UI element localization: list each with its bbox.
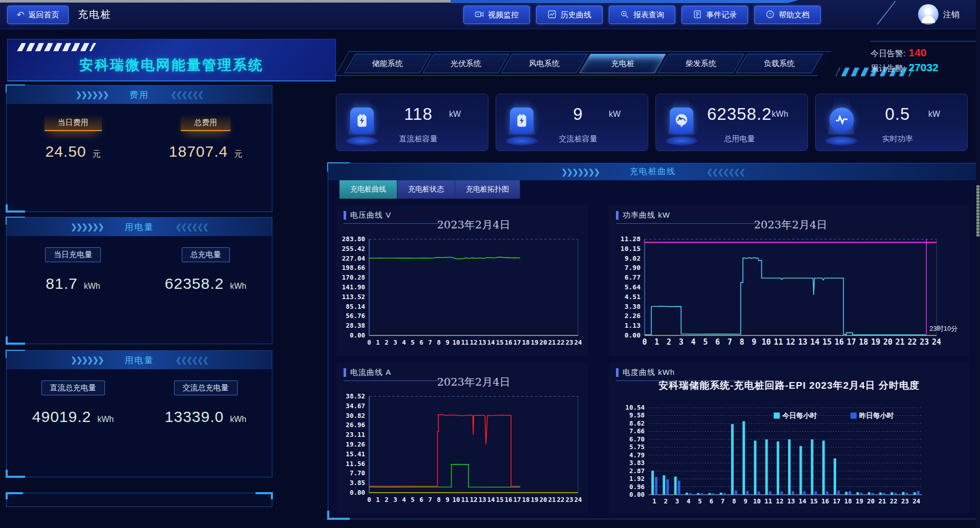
panel-header: ❯❯❯❯❯❯费用❮❮❮❮❮❮: [7, 86, 272, 104]
svg-text:21: 21: [548, 339, 556, 346]
system-tab-柴发系统[interactable]: 柴发系统: [657, 54, 744, 73]
system-tab-光伏系统[interactable]: 光伏系统: [422, 54, 509, 73]
nav-button-历史曲线[interactable]: 历史曲线: [536, 6, 603, 24]
nav-button-报表查询[interactable]: 报表查询: [609, 6, 675, 24]
chevrons-left-icon: ❮❮❮❮❮❮❮: [707, 167, 744, 177]
svg-text:2: 2: [385, 339, 389, 346]
title-marker-icon: [616, 368, 619, 377]
chevrons-left-icon: ❮❮❮❮❮❮: [171, 90, 203, 99]
chart-tab-充电桩状态[interactable]: 充电桩状态: [397, 180, 455, 199]
stat-value-cell: 62358.2kWh: [139, 275, 272, 292]
svg-text:14: 14: [487, 339, 495, 346]
chart-tab-充电桩拓扑图[interactable]: 充电桩拓扑图: [455, 180, 520, 199]
nav-button-帮助文档[interactable]: ?帮助文档: [754, 6, 821, 24]
kpi-card-实时功率: 0.5kW实时功率: [815, 94, 968, 151]
logout-button[interactable]: 注销: [943, 10, 960, 20]
stat-unit: 元: [234, 149, 242, 160]
svg-text:23: 23: [901, 497, 909, 505]
topbar-divider: [877, 1, 896, 25]
stat-value-cell: 81.7kWh: [7, 275, 139, 292]
svg-text:11: 11: [461, 496, 468, 503]
svg-text:24: 24: [932, 337, 941, 347]
back-home-button[interactable]: ↶ 返回首页: [7, 6, 69, 24]
svg-text:7.90: 7.90: [625, 264, 641, 271]
svg-text:0.00: 0.00: [625, 331, 641, 339]
svg-text:6.70: 6.70: [629, 435, 645, 443]
panel-title: 用电量: [125, 354, 154, 366]
stat-value-cell: 24.50元: [7, 143, 139, 160]
svg-text:13: 13: [478, 496, 486, 503]
svg-text:1.92: 1.92: [629, 475, 645, 482]
svg-text:18: 18: [859, 337, 868, 347]
svg-text:0: 0: [367, 339, 371, 346]
battery-bolt-icon: [510, 108, 534, 133]
svg-text:8: 8: [437, 339, 441, 346]
svg-text:6: 6: [419, 496, 423, 503]
kpi-unit: kW: [609, 110, 648, 119]
system-tab-储能系统[interactable]: 储能系统: [344, 54, 431, 73]
panel-value-row: 49019.2kWh13339.0kWh: [7, 408, 272, 426]
nav-button-label: 帮助文档: [779, 10, 809, 20]
battery-bolt-icon: [350, 108, 374, 133]
chart-name: 电流曲线 A: [350, 368, 391, 377]
stat-value-wrap: 18707.4元: [169, 143, 242, 160]
chart-energy: 电度曲线 kWh安科瑞储能系统-充电桩回路-EPI 2023年2月4日 分时电度…: [609, 363, 969, 513]
svg-text:2: 2: [385, 496, 389, 503]
pedestal-icon: [346, 136, 378, 145]
gauge-icon: V: [670, 108, 693, 133]
stat-label-cell: 总充电量: [139, 247, 272, 262]
hazard-stripes-icon: [17, 43, 96, 51]
panel-value-row: 24.50元18707.4元: [7, 143, 272, 160]
system-tab-负载系统[interactable]: 负载系统: [736, 54, 823, 73]
stat-label-cell: 直流总充电量: [7, 381, 139, 395]
svg-text:3: 3: [675, 497, 679, 505]
stat-value-cell: 13339.0kWh: [139, 408, 272, 426]
stat-unit: kWh: [230, 282, 246, 291]
svg-text:16: 16: [835, 337, 844, 347]
svg-text:28.38: 28.38: [346, 322, 365, 329]
nav-button-视频监控[interactable]: 视频监控: [463, 6, 530, 24]
svg-text:8: 8: [732, 497, 736, 505]
svg-text:7: 7: [728, 337, 732, 347]
chevrons-left-icon: ❮❮❮❮❮❮: [176, 222, 208, 231]
nav-button-label: 事件记录: [706, 10, 737, 20]
panel-label-row: 当日充电量总充电量: [7, 247, 272, 262]
video-icon: [475, 10, 484, 20]
system-tab-label: 储能系统: [372, 59, 403, 69]
chart-tab-充电桩曲线[interactable]: 充电桩曲线: [339, 180, 397, 199]
scrollbar-thumb[interactable]: [976, 185, 979, 237]
user-avatar[interactable]: [918, 4, 939, 25]
kpi-icon-area: [336, 94, 388, 151]
svg-text:7: 7: [721, 497, 725, 505]
sidebar-panel-3: ❯❯❯❯❯❯用电量❮❮❮❮❮❮直流总充电量交流总充电量49019.2kWh133…: [6, 350, 272, 477]
svg-text:14: 14: [799, 497, 806, 505]
stat-value: 13339.0: [165, 408, 224, 426]
sidebar-bottom-decoration: [6, 493, 272, 507]
nav-button-事件记录[interactable]: 事件记录: [681, 6, 748, 24]
system-tab-label: 柴发系统: [686, 59, 716, 69]
nav-button-label: 视频监控: [488, 10, 519, 20]
system-tab-充电桩[interactable]: 充电桩: [579, 54, 666, 73]
stat-label: 交流总充电量: [174, 381, 238, 395]
top-nav-group: 视频监控历史曲线报表查询事件记录?帮助文档: [463, 6, 821, 24]
svg-text:10: 10: [753, 497, 761, 505]
svg-text:3.83: 3.83: [629, 459, 645, 467]
chart-title-row: 电流曲线 A: [344, 368, 391, 377]
history-curve-icon: [547, 10, 557, 20]
svg-text:V: V: [680, 122, 684, 128]
svg-text:0.96: 0.96: [629, 483, 645, 491]
svg-text:5: 5: [703, 337, 708, 347]
kpi-icon-area: [496, 94, 547, 151]
chart-tab-bar: 充电桩曲线充电桩状态充电桩拓扑图: [339, 180, 520, 199]
kpi-unit: kW: [928, 110, 967, 119]
chart-date-title: 2023年2月4日: [369, 218, 578, 232]
svg-text:12: 12: [786, 337, 795, 347]
svg-text:5.75: 5.75: [629, 443, 645, 451]
system-tab-风电系统[interactable]: 风电系统: [501, 54, 588, 73]
chart-name: 电度曲线 kWh: [623, 368, 675, 377]
kpi-value: 118: [388, 104, 449, 124]
svg-text:22: 22: [557, 496, 564, 503]
alarm-total-value: 27032: [908, 61, 938, 74]
panel-title: 费用: [130, 89, 149, 101]
brand-panel: 安科瑞微电网能量管理系统: [7, 39, 336, 81]
